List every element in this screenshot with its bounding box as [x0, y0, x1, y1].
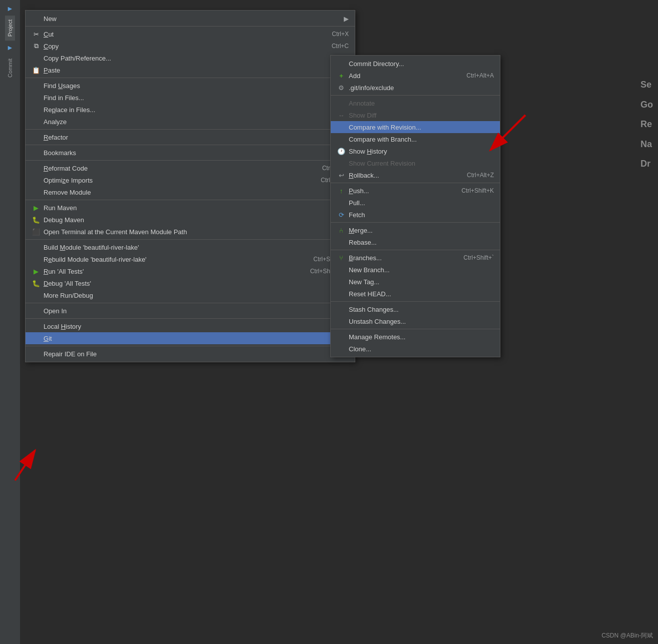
git-pull-label: Pull... — [349, 199, 494, 207]
sidebar-expand-arrow-2[interactable]: ► — [5, 42, 16, 54]
menu-item-local-history[interactable]: Local History ▶ — [26, 320, 355, 332]
menu-item-paste[interactable]: 📋 Paste Ctrl+V — [26, 64, 355, 76]
menu-item-bookmarks[interactable]: Bookmarks ▶ — [26, 147, 355, 159]
git-manage-remotes[interactable]: Manage Remotes... — [331, 331, 500, 343]
menu-item-find-in-files[interactable]: Find in Files... Ctrl+H — [26, 92, 355, 104]
menu-item-run-all-tests[interactable]: ▶ Run 'All Tests' Ctrl+Shift+F10 — [26, 265, 355, 277]
menu-item-run-maven[interactable]: ▶ Run Maven ▶ — [26, 202, 355, 214]
git-commit-dir-label: Commit Directory... — [349, 60, 494, 68]
git-unstash-label: Unstash Changes... — [349, 318, 494, 325]
cut-icon: ✂ — [32, 31, 41, 38]
menu-item-refactor[interactable]: Refactor ▶ — [26, 131, 355, 143]
menu-item-debug-all-tests[interactable]: 🐛 Debug 'All Tests' — [26, 277, 355, 289]
rollback-shortcut: Ctrl+Alt+Z — [467, 172, 494, 179]
git-merge[interactable]: ⑃ Merge... — [331, 224, 500, 236]
git-new-branch[interactable]: New Branch... — [331, 264, 500, 276]
menu-item-debug-maven[interactable]: 🐛 Debug Maven ▶ — [26, 214, 355, 226]
git-add[interactable]: + Add Ctrl+Alt+A — [331, 70, 500, 82]
git-fetch[interactable]: ⟳ Fetch — [331, 209, 500, 221]
git-show-history[interactable]: 🕐 Show History — [331, 145, 500, 157]
git-add-icon: + — [337, 72, 346, 80]
separator-1 — [26, 26, 355, 27]
git-push[interactable]: ↑ Push... Ctrl+Shift+K — [331, 185, 500, 197]
branches-shortcut: Ctrl+Shift+` — [463, 254, 494, 261]
menu-item-optimize-imports[interactable]: Optimize Imports Ctrl+Alt+O — [26, 174, 355, 186]
terminal-icon: ⬛ — [32, 228, 41, 236]
context-menu: New ▶ ✂ Cut Ctrl+X ⧉ Copy Ctrl+C Copy Pa… — [25, 10, 355, 362]
git-new-tag-label: New Tag... — [349, 278, 494, 286]
git-compare-revision[interactable]: Compare with Revision... — [331, 121, 500, 133]
sidebar-tab-commit[interactable]: Commit — [5, 55, 15, 82]
menu-item-open-terminal[interactable]: ⬛ Open Terminal at the Current Maven Mod… — [26, 226, 355, 238]
git-rollback[interactable]: ↩ Rollback... Ctrl+Alt+Z — [331, 169, 500, 181]
push-shortcut: Ctrl+Shift+K — [461, 187, 494, 194]
git-clone-label: Clone... — [349, 345, 494, 353]
menu-item-cut-label: Cut — [44, 31, 322, 38]
git-clone[interactable]: Clone... — [331, 343, 500, 355]
menu-item-find-usages-label: Find Usages — [44, 82, 321, 90]
git-annotate-label: Annotate — [349, 100, 494, 107]
git-reset-head-label: Reset HEAD... — [349, 290, 494, 298]
git-pull[interactable]: Pull... — [331, 197, 500, 209]
git-exclude[interactable]: ⚙ .git/info/exclude — [331, 82, 500, 94]
menu-item-run-all-tests-label: Run 'All Tests' — [44, 268, 300, 275]
git-branches[interactable]: ⑂ Branches... Ctrl+Shift+` — [331, 252, 500, 264]
sidebar-expand-arrow[interactable]: ► — [5, 3, 16, 15]
menu-item-replace-in-files-label: Replace in Files... — [44, 106, 349, 114]
new-arrow: ▶ — [344, 15, 349, 23]
git-branches-label: Branches... — [349, 254, 453, 262]
git-new-tag[interactable]: New Tag... — [331, 276, 500, 288]
git-unstash[interactable]: Unstash Changes... — [331, 315, 500, 327]
separator-5 — [26, 160, 355, 161]
menu-item-replace-in-files[interactable]: Replace in Files... — [26, 104, 355, 116]
git-reset-head[interactable]: Reset HEAD... — [331, 288, 500, 300]
separator-6 — [26, 200, 355, 200]
menu-item-open-terminal-label: Open Terminal at the Current Maven Modul… — [44, 228, 349, 236]
run-tests-icon: ▶ — [32, 268, 41, 275]
menu-item-new[interactable]: New ▶ — [26, 13, 355, 25]
menu-item-git[interactable]: Git ▶ — [26, 332, 355, 344]
git-push-label: Push... — [349, 187, 451, 195]
git-compare-branch[interactable]: Compare with Branch... — [331, 133, 500, 145]
menu-item-build-module[interactable]: Build Module 'beautiful-river-lake' — [26, 241, 355, 253]
git-sep-5 — [331, 301, 500, 302]
menu-item-reformat[interactable]: Reformat Code Ctrl+Alt+L — [26, 162, 355, 174]
branches-icon: ⑂ — [337, 254, 346, 262]
git-annotate: Annotate — [331, 97, 500, 109]
menu-item-bookmarks-label: Bookmarks — [44, 149, 340, 157]
git-rebase[interactable]: Rebase... — [331, 236, 500, 248]
menu-item-analyze-label: Analyze — [44, 118, 340, 126]
menu-item-remove-module[interactable]: Remove Module Delete — [26, 186, 355, 198]
git-rebase-label: Rebase... — [349, 239, 494, 246]
push-icon: ↑ — [337, 187, 346, 195]
git-merge-label: Merge... — [349, 227, 494, 234]
git-rollback-label: Rollback... — [349, 172, 457, 179]
menu-item-optimize-imports-label: Optimize Imports — [44, 177, 311, 184]
git-sep-1 — [331, 95, 500, 96]
menu-item-rebuild-module-label: Rebuild Module 'beautiful-river-lake' — [44, 256, 303, 263]
menu-item-refactor-label: Refactor — [44, 134, 340, 141]
git-stash[interactable]: Stash Changes... — [331, 303, 500, 315]
copy-shortcut: Ctrl+C — [332, 43, 349, 50]
git-sep-3 — [331, 222, 500, 223]
git-manage-remotes-label: Manage Remotes... — [349, 333, 494, 341]
menu-item-analyze[interactable]: Analyze ▶ — [26, 116, 355, 128]
menu-item-new-label: New — [44, 15, 340, 23]
git-sep-6 — [331, 329, 500, 329]
menu-item-open-in[interactable]: Open In ▶ — [26, 305, 355, 317]
menu-item-more-run-debug[interactable]: More Run/Debug ▶ — [26, 289, 355, 301]
git-show-current-revision: Show Current Revision — [331, 157, 500, 169]
menu-item-find-usages[interactable]: Find Usages Ctrl+G — [26, 80, 355, 92]
menu-item-repair-ide[interactable]: Repair IDE on File — [26, 348, 355, 360]
git-compare-revision-label: Compare with Revision... — [349, 124, 494, 131]
menu-item-copy[interactable]: ⧉ Copy Ctrl+C — [26, 40, 355, 52]
sidebar-tab-project[interactable]: Project — [5, 16, 15, 41]
menu-item-copy-path[interactable]: Copy Path/Reference... — [26, 52, 355, 64]
menu-item-rebuild-module[interactable]: Rebuild Module 'beautiful-river-lake' Ct… — [26, 253, 355, 265]
menu-item-debug-maven-label: Debug Maven — [44, 216, 340, 224]
menu-item-cut[interactable]: ✂ Cut Ctrl+X — [26, 28, 355, 40]
debug-maven-icon: 🐛 — [32, 216, 41, 224]
show-diff-icon: ↔ — [337, 112, 346, 119]
git-commit-dir[interactable]: Commit Directory... — [331, 58, 500, 70]
show-history-icon: 🕐 — [337, 148, 346, 155]
